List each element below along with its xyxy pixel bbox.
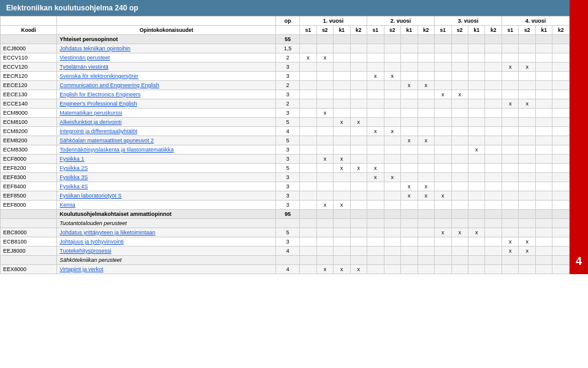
mark-9 [451, 145, 468, 155]
mark-0 [300, 90, 316, 99]
row-koodi: ECB8100 [1, 237, 57, 247]
mark-1 [316, 136, 333, 145]
mark-8 [435, 44, 451, 53]
mark-15 [552, 127, 570, 136]
mark-12 [502, 265, 518, 274]
mark-11 [485, 35, 502, 44]
mark-4 [367, 219, 384, 228]
mark-3 [350, 136, 367, 145]
name-header [57, 17, 276, 26]
mark-12 [502, 53, 518, 63]
mark-15 [552, 155, 570, 164]
mark-13 [519, 109, 535, 118]
row-name[interactable]: Svenska för elektronikingenjörer [57, 72, 276, 81]
mark-3 [350, 219, 367, 228]
row-name[interactable]: Matematiikan peruskurssi [57, 109, 276, 118]
mark-12 [502, 219, 518, 228]
y3k1: k1 [468, 26, 485, 35]
mark-3 [350, 173, 367, 182]
mark-11 [485, 191, 502, 201]
mark-4 [367, 182, 384, 191]
section-koodi [1, 210, 57, 219]
table-row: ECCV110 Viestinnän perusteet 2 xx [1, 53, 570, 63]
mark-7 [418, 155, 434, 164]
row-name[interactable]: Virtapiirit ja verkot [57, 265, 276, 274]
row-name[interactable]: Fysiikka 1 [57, 155, 276, 164]
row-op: 3 [276, 182, 300, 191]
row-name[interactable]: Johtajuus ja työhyvinvointi [57, 237, 276, 247]
row-name[interactable]: Alkeisfunktiot ja derivointi [57, 118, 276, 127]
row-name[interactable]: Työelämän viestintä [57, 63, 276, 72]
mark-7 [418, 53, 434, 63]
row-op: 5 [276, 228, 300, 237]
mark-6 [401, 99, 418, 109]
mark-13 [519, 182, 535, 191]
row-name[interactable]: Viestinnän perusteet [57, 53, 276, 63]
row-name[interactable]: Johdatus yrittäjyyteen ja liiketoimintaa… [57, 228, 276, 237]
mark-13 [519, 118, 535, 127]
mark-2 [334, 173, 350, 182]
col-labels-row: Koodi Opintokokonaisuudet s1 s2 k1 k2 s1… [1, 26, 570, 35]
mark-9 [451, 35, 468, 44]
row-name[interactable]: Todennäköisyyslaskenta ja tilastomatemat… [57, 145, 276, 155]
row-name[interactable]: Fysiikka 3S [57, 173, 276, 182]
mark-2 [334, 63, 350, 72]
table-row: ECF8000 Fysiikka 1 3 xx [1, 155, 570, 164]
mark-10 [468, 118, 485, 127]
mark-7: x [418, 191, 434, 201]
row-name[interactable]: Communication and Engineering English [57, 81, 276, 90]
row-name[interactable]: English for Electronics Engineers [57, 90, 276, 99]
mark-8 [435, 81, 451, 90]
row-koodi: ECM8200 [1, 127, 57, 136]
mark-10 [468, 173, 485, 182]
mark-6 [401, 219, 418, 228]
mark-15 [552, 219, 570, 228]
row-name[interactable]: Fysiikka 4S [57, 182, 276, 191]
mark-9 [451, 256, 468, 265]
row-name[interactable]: Engineer's Professional English [57, 99, 276, 109]
mark-13 [519, 35, 535, 44]
row-name[interactable]: Integrointi ja differentiaaliyhtälöt [57, 127, 276, 136]
mark-11 [485, 219, 502, 228]
row-name[interactable]: Fysiikka 2S [57, 164, 276, 173]
row-name[interactable]: Kemia [57, 201, 276, 210]
mark-1 [316, 63, 333, 72]
mark-7 [418, 228, 434, 237]
mark-2 [334, 237, 350, 247]
subsection-op [276, 256, 300, 265]
mark-2 [334, 53, 350, 63]
table-row: EEX8000 Virtapiirit ja verkot 4 xxx [1, 265, 570, 274]
mark-1 [316, 127, 333, 136]
mark-5 [384, 63, 400, 72]
mark-13 [519, 201, 535, 210]
section-koodi [1, 35, 57, 44]
mark-11 [485, 118, 502, 127]
mark-5 [384, 109, 400, 118]
mark-4 [367, 145, 384, 155]
mark-5 [384, 44, 400, 53]
mark-6 [401, 210, 418, 219]
mark-3 [350, 247, 367, 256]
row-name[interactable]: Fysiikan laboratoriotyöt S [57, 191, 276, 201]
row-name[interactable]: Sähköalan matemaattiset apuneuvot 2 [57, 136, 276, 145]
mark-14 [535, 219, 552, 228]
mark-0 [300, 173, 316, 182]
mark-11 [485, 53, 502, 63]
mark-3 [350, 127, 367, 136]
section-name: Koulutusohjelmakohtaiset ammattiopinnot [57, 210, 276, 219]
row-name[interactable]: Tuotekehitysprosessi [57, 247, 276, 256]
mark-14 [535, 191, 552, 201]
mark-1 [316, 145, 333, 155]
mark-6 [401, 118, 418, 127]
table-row: ECM8200 Integrointi ja differentiaaliyht… [1, 127, 570, 136]
mark-14 [535, 164, 552, 173]
mark-14 [535, 44, 552, 53]
subsection-header-row: Tuotantotalouden perusteet [1, 219, 570, 228]
mark-12: x [502, 237, 518, 247]
row-name[interactable]: Johdatus tekniikan opintoihin [57, 44, 276, 53]
mark-10 [468, 44, 485, 53]
mark-4 [367, 210, 384, 219]
section-header-row: Yhteiset perusopinnot 55 [1, 35, 570, 44]
mark-2 [334, 219, 350, 228]
mark-12 [502, 228, 518, 237]
